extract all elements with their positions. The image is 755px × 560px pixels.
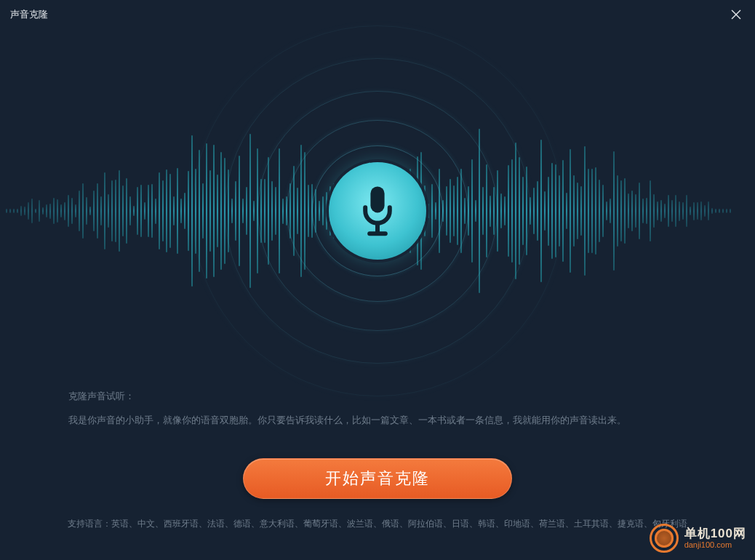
start-clone-label: 开始声音克隆 xyxy=(325,468,430,489)
coin-icon xyxy=(650,524,679,553)
watermark-url: danji100.com xyxy=(684,540,746,549)
languages-list: 英语、中文、西班牙语、法语、德语、意大利语、葡萄牙语、波兰语、俄语、阿拉伯语、日… xyxy=(111,519,687,529)
title-bar: 声音克隆 xyxy=(0,0,755,29)
close-button[interactable] xyxy=(727,6,745,23)
window-title: 声音克隆 xyxy=(10,8,48,21)
mic-button[interactable] xyxy=(329,162,426,260)
close-icon xyxy=(731,9,741,20)
svg-rect-2 xyxy=(370,186,384,212)
sample-heading: 克隆声音试听： xyxy=(68,389,687,404)
sample-text-block: 克隆声音试听： 我是你声音的小助手，就像你的语音双胞胎。你只要告诉我读什么，比如… xyxy=(68,389,687,428)
languages-prefix: 支持语言： xyxy=(68,519,111,529)
microphone-icon xyxy=(356,185,399,237)
mic-ripple-group xyxy=(203,36,552,385)
watermark-brand: 单机100网 xyxy=(684,527,746,541)
watermark: 单机100网 danji100.com xyxy=(650,524,746,553)
supported-languages: 支持语言：英语、中文、西班牙语、法语、德语、意大利语、葡萄牙语、波兰语、俄语、阿… xyxy=(58,516,697,531)
sample-description: 我是你声音的小助手，就像你的语音双胞胎。你只要告诉我读什么，比如一篇文章、一本书… xyxy=(68,413,687,428)
start-clone-button[interactable]: 开始声音克隆 xyxy=(243,458,512,499)
